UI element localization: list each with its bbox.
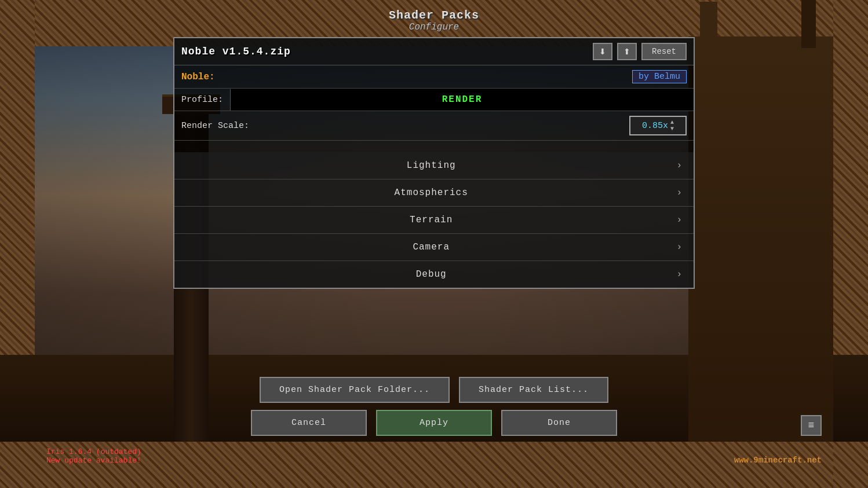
notepad-button[interactable]: ≡: [801, 415, 822, 436]
lighting-label: Lighting: [186, 160, 676, 171]
cancel-button[interactable]: Cancel: [251, 410, 367, 436]
chevron-icon: ›: [676, 269, 682, 280]
notepad-icon: ≡: [808, 420, 815, 431]
menu-item-camera[interactable]: Camera ›: [174, 234, 694, 261]
watermark: www.9minecraft.net: [734, 456, 822, 465]
render-scale-row: Render Scale: 0.85x ▲ ▼: [174, 111, 694, 141]
chevron-icon: ›: [676, 215, 682, 225]
menu-item-debug[interactable]: Debug ›: [174, 261, 694, 288]
reset-button[interactable]: Reset: [641, 43, 687, 60]
profile-row: Profile: RENDER: [174, 89, 694, 111]
terrain-label: Terrain: [186, 215, 676, 225]
shader-name: Noble v1.5.4.zip: [181, 46, 588, 57]
settings-panel: Noble v1.5.4.zip ⬇ ⬆ Reset Noble: by Bel…: [173, 37, 695, 289]
scale-number: 0.85x: [642, 121, 668, 131]
outdated-label: (outdated): [96, 447, 141, 456]
bottom-button-row: Cancel Apply Done: [251, 410, 617, 436]
noble-row: Noble: by Belmu: [174, 65, 694, 89]
title-area: Shader Packs Configure: [389, 9, 479, 32]
profile-value: RENDER: [231, 89, 694, 111]
debug-label: Debug: [186, 269, 676, 280]
scale-arrows: ▲ ▼: [670, 119, 674, 132]
bottom-area: Open Shader Pack Folder... Shader Pack L…: [0, 377, 868, 436]
menu-item-lighting[interactable]: Lighting ›: [174, 152, 694, 179]
version-info: Iris 1.6.4 (outdated) New update availab…: [46, 447, 141, 465]
download-button[interactable]: ⬇: [593, 43, 612, 60]
upload-icon: ⬆: [623, 47, 630, 56]
author-label: by Belmu: [632, 70, 687, 83]
spacer: [174, 141, 694, 152]
apply-button[interactable]: Apply: [376, 410, 492, 436]
chevron-icon: ›: [676, 188, 682, 198]
atmospherics-label: Atmospherics: [186, 188, 676, 198]
menu-item-atmospherics[interactable]: Atmospherics ›: [174, 179, 694, 207]
page-subtitle: Configure: [389, 22, 479, 32]
page-title: Shader Packs: [389, 9, 479, 22]
shader-name-row: Noble v1.5.4.zip ⬇ ⬆ Reset: [174, 38, 694, 65]
top-button-row: Open Shader Pack Folder... Shader Pack L…: [260, 377, 608, 403]
menu-item-terrain[interactable]: Terrain ›: [174, 207, 694, 234]
chevron-icon: ›: [676, 242, 682, 252]
camera-label: Camera: [186, 242, 676, 252]
pack-list-button[interactable]: Shader Pack List...: [459, 377, 608, 403]
version-number: Iris 1.6.4: [46, 447, 96, 456]
version-text: Iris 1.6.4 (outdated): [46, 447, 141, 456]
open-folder-button[interactable]: Open Shader Pack Folder...: [260, 377, 450, 403]
update-available: New update available!: [46, 456, 141, 465]
noble-label: Noble:: [181, 72, 215, 82]
download-icon: ⬇: [599, 47, 606, 56]
upload-button[interactable]: ⬆: [617, 43, 637, 60]
profile-label: Profile:: [174, 89, 231, 111]
done-button[interactable]: Done: [501, 410, 617, 436]
scale-label: Render Scale:: [181, 121, 629, 131]
chevron-icon: ›: [676, 160, 682, 171]
scale-value[interactable]: 0.85x ▲ ▼: [629, 116, 687, 135]
